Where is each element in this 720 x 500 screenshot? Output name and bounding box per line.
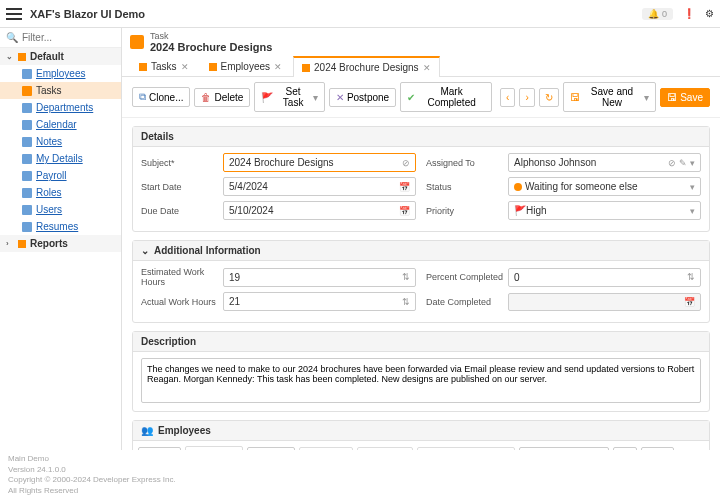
doc-icon [22, 222, 32, 232]
prev-button[interactable]: ‹ [500, 88, 515, 107]
user-icon [22, 154, 32, 164]
note-icon [22, 137, 32, 147]
refresh-button[interactable]: ↻ [539, 88, 559, 107]
employees-header: 👥Employees [133, 421, 709, 441]
calendar-icon[interactable]: 📅 [399, 182, 410, 192]
tab-tasks[interactable]: Tasks✕ [130, 56, 198, 76]
due-date-input[interactable]: 5/10/2024📅 [223, 201, 416, 220]
task-icon [139, 63, 147, 71]
app-brand: XAF's Blazor UI Demo [30, 8, 145, 20]
nav-item-tasks[interactable]: Tasks [0, 82, 121, 99]
close-icon[interactable]: ✕ [181, 62, 189, 72]
nav-item-roles[interactable]: Roles [0, 184, 121, 201]
nav-filter[interactable]: 🔍 [0, 28, 121, 48]
status-dot-icon [514, 183, 522, 191]
nav-group[interactable]: ⌄Default [0, 48, 121, 65]
task-icon [130, 35, 144, 49]
breadcrumb: Task 2024 Brochure Designs [150, 31, 272, 53]
clear-icon[interactable]: ⊘ [402, 158, 410, 168]
pay-icon [22, 171, 32, 181]
spinner-icon[interactable]: ⇅ [402, 297, 410, 307]
spinner-icon[interactable]: ⇅ [402, 272, 410, 282]
task-icon [209, 63, 217, 71]
folder-icon [18, 240, 26, 248]
description-header: Description [133, 332, 709, 352]
folder-icon [18, 53, 26, 61]
nav-item-departments[interactable]: Departments [0, 99, 121, 116]
save-icon: 🖫 [667, 92, 677, 103]
task-icon [22, 86, 32, 96]
chevron-down-icon[interactable]: ▾ [690, 158, 695, 168]
cal-icon [22, 120, 32, 130]
tab-employees[interactable]: Employees✕ [200, 56, 291, 76]
flag-icon: 🚩 [514, 205, 526, 216]
date-completed-input[interactable]: 📅 [508, 293, 701, 311]
chevron-down-icon[interactable]: ▾ [690, 182, 695, 192]
trash-icon: 🗑 [201, 92, 211, 103]
save-new-button[interactable]: 🖫Save and New▾ [563, 82, 656, 112]
description-textarea[interactable] [141, 358, 701, 403]
nav-item-resumes[interactable]: Resumes [0, 218, 121, 235]
nav-item-notes[interactable]: Notes [0, 133, 121, 150]
help-icon[interactable]: ❗ [683, 8, 695, 19]
clear-icon[interactable]: ⊘ [668, 158, 676, 168]
percent-completed-input[interactable]: 0⇅ [508, 268, 701, 287]
check-icon: ✔ [407, 92, 415, 103]
menu-toggle[interactable] [6, 8, 22, 20]
nav-item-payroll[interactable]: Payroll [0, 167, 121, 184]
clone-button[interactable]: ⧉Clone... [132, 87, 190, 107]
nav-group[interactable]: ›Reports [0, 235, 121, 252]
save-button[interactable]: 🖫Save [660, 88, 710, 107]
nav-item-users[interactable]: Users [0, 201, 121, 218]
calendar-icon: 📅 [684, 297, 695, 307]
start-date-input[interactable]: 5/4/2024📅 [223, 177, 416, 196]
postpone-button[interactable]: ✕Postpone [329, 88, 396, 107]
priority-select[interactable]: 🚩High▾ [508, 201, 701, 220]
assigned-to-input[interactable]: Alphonso Johnson⊘✎▾ [508, 153, 701, 172]
nav-item-calendar[interactable]: Calendar [0, 116, 121, 133]
details-header: Details [133, 127, 709, 147]
next-button[interactable]: › [519, 88, 534, 107]
edit-icon[interactable]: ✎ [679, 158, 687, 168]
role-icon [22, 188, 32, 198]
subject-input[interactable]: 2024 Brochure Designs⊘ [223, 153, 416, 172]
notifications-button[interactable]: 🔔0 [642, 8, 673, 20]
chevron-icon: ⌄ [6, 52, 14, 61]
close-icon[interactable]: ✕ [423, 63, 431, 73]
dept-icon [22, 103, 32, 113]
sidebar: 🔍 ⌄DefaultEmployeesTasksDepartmentsCalen… [0, 28, 122, 450]
postpone-icon: ✕ [336, 92, 344, 103]
status-select[interactable]: Waiting for someone else▾ [508, 177, 701, 196]
settings-icon[interactable]: ⚙ [705, 8, 714, 19]
flag-icon: 🚩 [261, 92, 273, 103]
actual-hours-input[interactable]: 21⇅ [223, 292, 416, 311]
chevron-down-icon[interactable]: ▾ [690, 206, 695, 216]
chevron-icon: › [6, 239, 14, 248]
users-icon [22, 69, 32, 79]
task-icon [302, 64, 310, 72]
user2-icon [22, 205, 32, 215]
users-icon: 👥 [141, 425, 153, 436]
tab-2024-brochure-designs[interactable]: 2024 Brochure Designs✕ [293, 56, 440, 77]
mark-completed-button[interactable]: ✔Mark Completed [400, 82, 492, 112]
chevron-down-icon: ⌄ [141, 245, 149, 256]
nav-filter-input[interactable] [22, 32, 102, 43]
clone-icon: ⧉ [139, 91, 146, 103]
footer: Main DemoVersion 24.1.0.0Copyright © 200… [0, 450, 720, 500]
spinner-icon[interactable]: ⇅ [687, 272, 695, 282]
bell-icon: 🔔 [648, 9, 659, 19]
additional-header[interactable]: ⌄Additional Information [133, 241, 709, 261]
delete-button[interactable]: 🗑Delete [194, 88, 250, 107]
set-task-button[interactable]: 🚩Set Task▾ [254, 82, 325, 112]
calendar-icon[interactable]: 📅 [399, 206, 410, 216]
nav-item-employees[interactable]: Employees [0, 65, 121, 82]
search-icon: 🔍 [6, 32, 18, 43]
save-new-icon: 🖫 [570, 92, 580, 103]
estimated-hours-input[interactable]: 19⇅ [223, 268, 416, 287]
nav-item-my-details[interactable]: My Details [0, 150, 121, 167]
close-icon[interactable]: ✕ [274, 62, 282, 72]
